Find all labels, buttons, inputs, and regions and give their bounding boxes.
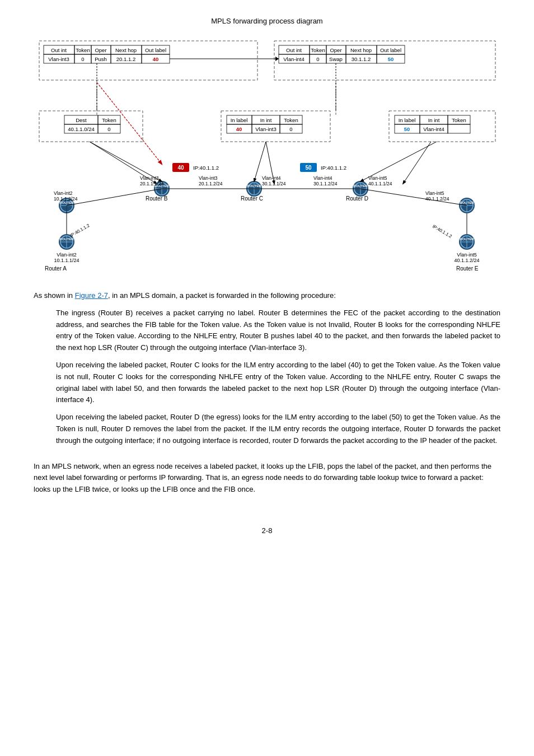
svg-text:Token: Token xyxy=(102,117,116,123)
svg-text:0: 0 xyxy=(289,126,292,132)
svg-text:Token: Token xyxy=(76,47,90,53)
svg-text:Push: Push xyxy=(95,56,107,62)
svg-text:In int: In int xyxy=(260,117,272,123)
svg-text:In int: In int xyxy=(428,117,440,123)
svg-text:Next hop: Next hop xyxy=(350,47,372,53)
svg-text:30.1.1.2/24: 30.1.1.2/24 xyxy=(313,181,338,186)
intro-paragraph: As shown in Figure 2-7, in an MPLS domai… xyxy=(34,290,500,302)
svg-text:Token: Token xyxy=(284,117,298,123)
svg-text:Router E: Router E xyxy=(456,265,479,270)
paragraph-1-content: The ingress (Router B) receives a packet… xyxy=(34,307,500,354)
page-footer: 2-8 xyxy=(34,526,500,535)
svg-text:Router D: Router D xyxy=(346,195,368,202)
svg-text:IP:40.1.1.2: IP:40.1.1.2 xyxy=(321,165,346,171)
svg-text:Vlan-int2: Vlan-int2 xyxy=(54,190,73,196)
svg-text:In label: In label xyxy=(231,117,248,123)
svg-line-152 xyxy=(360,189,467,206)
svg-text:Vlan-int5: Vlan-int5 xyxy=(457,252,477,258)
svg-text:Next hop: Next hop xyxy=(115,47,137,53)
paragraph-2: Upon receiving the labeled packet, Route… xyxy=(34,360,500,406)
svg-text:Dest: Dest xyxy=(76,117,87,123)
svg-text:10.1.1.1/24: 10.1.1.1/24 xyxy=(54,258,79,263)
svg-text:40: 40 xyxy=(153,56,159,62)
svg-text:Out int: Out int xyxy=(286,47,302,53)
svg-text:In label: In label xyxy=(399,117,416,123)
svg-text:Router A: Router A xyxy=(45,265,67,270)
svg-rect-75 xyxy=(448,124,470,133)
paragraph-1: The ingress (Router B) receives a packet… xyxy=(34,307,500,354)
svg-text:Oper: Oper xyxy=(330,47,341,53)
svg-text:20.1.1.2/24: 20.1.1.2/24 xyxy=(199,181,223,186)
svg-text:Oper: Oper xyxy=(95,47,106,53)
svg-text:40.1.1.0/24: 40.1.1.0/24 xyxy=(68,126,95,132)
svg-line-160 xyxy=(360,142,437,181)
paragraph-2-content: Upon receiving the labeled packet, Route… xyxy=(34,360,500,406)
svg-text:Vlan-int4: Vlan-int4 xyxy=(423,126,444,132)
svg-text:20.1.1.2: 20.1.1.2 xyxy=(116,56,135,62)
svg-text:IP:40.1.1.2: IP:40.1.1.2 xyxy=(432,224,453,239)
svg-text:40.1.1.2/24: 40.1.1.2/24 xyxy=(454,258,479,263)
svg-text:Vlan-int5: Vlan-int5 xyxy=(425,190,444,196)
svg-marker-88 xyxy=(275,57,279,61)
svg-text:0: 0 xyxy=(107,126,110,132)
svg-text:IP:40.1.1.2: IP:40.1.1.2 xyxy=(69,223,91,238)
svg-text:40: 40 xyxy=(177,165,184,171)
diagram-title: MPLS forwarding process diagram xyxy=(34,17,500,25)
svg-line-158 xyxy=(90,142,162,181)
diagram-area: Out int Token Oper Next hop Out label Vl… xyxy=(34,35,500,270)
svg-text:0: 0 xyxy=(81,56,84,62)
svg-text:Vlan-int4: Vlan-int4 xyxy=(313,175,332,181)
svg-text:Vlan-int3: Vlan-int3 xyxy=(48,56,69,62)
svg-text:Vlan-int4: Vlan-int4 xyxy=(283,56,305,62)
svg-text:Vlan-int2: Vlan-int2 xyxy=(57,252,77,258)
paragraph-3: Upon receiving the labeled packet, Route… xyxy=(34,412,500,446)
svg-text:30.1.1.2: 30.1.1.2 xyxy=(352,56,371,62)
svg-text:Router B: Router B xyxy=(146,195,168,202)
figure-link[interactable]: Figure 2-7 xyxy=(75,291,108,300)
svg-text:Swap: Swap xyxy=(329,56,343,62)
svg-text:0: 0 xyxy=(316,56,319,62)
svg-text:Vlan-int3: Vlan-int3 xyxy=(199,175,218,181)
paragraph-3-content: Upon receiving the labeled packet, Route… xyxy=(34,412,500,446)
svg-text:Router C: Router C xyxy=(241,195,263,202)
svg-text:50: 50 xyxy=(388,56,394,62)
svg-text:50: 50 xyxy=(404,126,410,132)
svg-text:40.1.1.1/24: 40.1.1.1/24 xyxy=(368,181,392,186)
svg-text:10.1.1.2/24: 10.1.1.2/24 xyxy=(54,196,78,202)
svg-text:IP:40.1.1.2: IP:40.1.1.2 xyxy=(193,165,219,171)
svg-text:Vlan-int4: Vlan-int4 xyxy=(262,175,281,181)
svg-line-157 xyxy=(97,82,162,164)
svg-text:Token: Token xyxy=(311,47,325,53)
svg-text:Out int: Out int xyxy=(51,47,67,53)
paragraph-4: In an MPLS network, when an egress node … xyxy=(34,461,500,496)
svg-line-86 xyxy=(403,142,431,184)
mpls-diagram-svg: Out int Token Oper Next hop Out label Vl… xyxy=(34,35,504,270)
svg-text:Vlan-int3: Vlan-int3 xyxy=(255,126,277,132)
svg-text:20.1.1.1/24: 20.1.1.1/24 xyxy=(140,181,164,186)
svg-text:50: 50 xyxy=(305,165,312,171)
svg-text:Out label: Out label xyxy=(380,47,401,53)
svg-text:40: 40 xyxy=(236,126,242,132)
svg-text:Token: Token xyxy=(452,117,466,123)
svg-text:30.1.1.1/24: 30.1.1.1/24 xyxy=(262,181,286,186)
svg-text:Out label: Out label xyxy=(145,47,166,53)
